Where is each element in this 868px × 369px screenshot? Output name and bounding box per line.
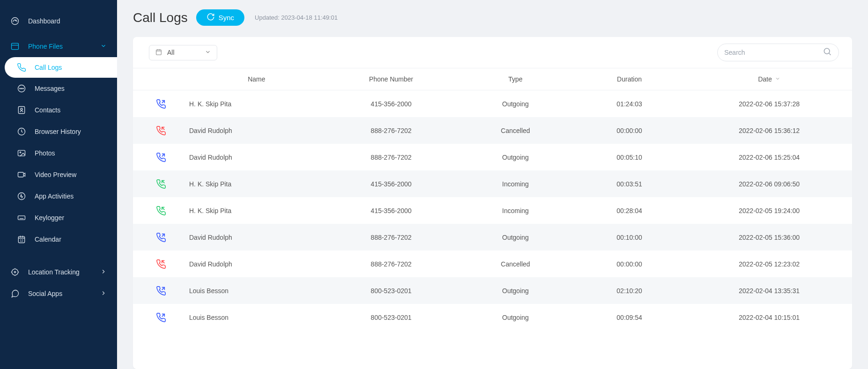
cell-duration: 00:09:54 — [573, 314, 686, 321]
svg-line-22 — [162, 127, 165, 130]
sidebar-label: Social Apps — [28, 290, 62, 297]
page-title: Call Logs — [133, 10, 188, 25]
contacts-icon — [17, 105, 26, 115]
table-row[interactable]: Louis Besson 800-523-0201 Outgoing 02:10… — [133, 277, 852, 304]
chevron-down-icon — [100, 43, 107, 51]
cell-date: 2022-02-05 15:36:00 — [686, 234, 852, 241]
sidebar-label: App Activities — [35, 192, 74, 200]
cell-phone: 888-276-7202 — [324, 234, 459, 241]
sidebar-label: Phone Files — [28, 43, 63, 50]
cell-date: 2022-02-06 15:25:04 — [686, 154, 852, 161]
calendar-icon: 12 — [17, 235, 26, 244]
cell-phone: 800-523-0201 — [324, 314, 459, 321]
call-direction-icon — [133, 286, 189, 296]
sidebar-label: Dashboard — [28, 17, 60, 25]
svg-line-27 — [162, 260, 165, 263]
sidebar: Dashboard Phone Files Call Logs Messages… — [0, 0, 117, 369]
sidebar-label: Calendar — [35, 236, 61, 243]
search-input[interactable] — [724, 49, 818, 56]
sidebar-item-location-tracking[interactable]: Location Tracking — [0, 261, 117, 283]
keyboard-icon — [17, 213, 26, 222]
cell-date: 2022-02-06 15:37:28 — [686, 100, 852, 108]
sidebar-item-app-activities[interactable]: App Activities — [0, 185, 117, 207]
search-box[interactable] — [717, 44, 839, 61]
svg-line-28 — [162, 287, 165, 290]
cell-phone: 415-356-2000 — [324, 100, 459, 108]
sidebar-item-messages[interactable]: Messages — [0, 78, 117, 99]
toolbar: All — [133, 37, 852, 68]
cell-name: H. K. Skip Pita — [189, 180, 324, 188]
cell-type: Outgoing — [458, 100, 572, 108]
sidebar-label: Browser History — [35, 128, 81, 135]
sidebar-label: Contacts — [35, 106, 60, 114]
table-row[interactable]: H. K. Skip Pita 415-356-2000 Incoming 00… — [133, 197, 852, 224]
cell-date: 2022-02-06 09:06:50 — [686, 180, 852, 188]
calendar-small-icon — [155, 48, 162, 57]
history-icon — [17, 127, 26, 136]
svg-point-7 — [21, 108, 22, 110]
sidebar-item-call-logs[interactable]: Call Logs — [5, 57, 117, 78]
table-row[interactable]: David Rudolph 888-276-7202 Cancelled 00:… — [133, 251, 852, 277]
cell-duration: 01:24:03 — [573, 100, 686, 108]
sidebar-item-calendar[interactable]: 12 Calendar — [0, 229, 117, 250]
cell-type: Cancelled — [458, 127, 572, 134]
sidebar-item-browser-history[interactable]: Browser History — [0, 121, 117, 142]
th-type: Type — [458, 75, 572, 83]
sync-button[interactable]: Sync — [196, 9, 244, 26]
cell-type: Incoming — [458, 180, 572, 188]
sidebar-item-social-apps[interactable]: Social Apps — [0, 283, 117, 304]
chevron-down-icon — [205, 49, 211, 57]
svg-point-10 — [20, 152, 21, 153]
content-card: All Name Phone Number Type Duration Date — [133, 37, 852, 369]
sidebar-item-video-preview[interactable]: Video Preview — [0, 164, 117, 185]
table-row[interactable]: H. K. Skip Pita 415-356-2000 Incoming 00… — [133, 170, 852, 197]
cell-phone: 800-523-0201 — [324, 287, 459, 295]
sidebar-item-keylogger[interactable]: Keylogger — [0, 207, 117, 229]
message-icon — [17, 84, 26, 93]
chat-icon — [10, 289, 20, 298]
sidebar-label: Call Logs — [35, 64, 62, 71]
table-row[interactable]: David Rudolph 888-276-7202 Outgoing 00:0… — [133, 144, 852, 170]
table-row[interactable]: Louis Besson 800-523-0201 Outgoing 00:09… — [133, 304, 852, 331]
filter-dropdown[interactable]: All — [149, 45, 217, 60]
cell-phone: 415-356-2000 — [324, 207, 459, 214]
th-date[interactable]: Date — [686, 75, 852, 83]
svg-point-4 — [21, 88, 22, 89]
cell-type: Outgoing — [458, 287, 572, 295]
table-header: Name Phone Number Type Duration Date — [133, 68, 852, 90]
folder-icon — [10, 42, 20, 51]
svg-point-16 — [12, 269, 18, 275]
table-body[interactable]: H. K. Skip Pita 415-356-2000 Outgoing 01… — [133, 90, 852, 369]
chevron-right-icon — [100, 268, 107, 276]
cell-date: 2022-02-04 13:35:31 — [686, 287, 852, 295]
sidebar-label: Photos — [35, 149, 55, 157]
sidebar-section-phone-files[interactable]: Phone Files — [0, 36, 117, 57]
sidebar-label: Location Tracking — [28, 268, 80, 276]
cell-date: 2022-02-06 15:36:12 — [686, 127, 852, 134]
filter-label: All — [167, 49, 175, 56]
main: Call Logs Sync Updated: 2023-04-18 11:49… — [117, 0, 868, 369]
svg-point-17 — [14, 271, 15, 273]
sidebar-item-dashboard[interactable]: Dashboard — [0, 10, 117, 32]
table-row[interactable]: David Rudolph 888-276-7202 Outgoing 00:1… — [133, 224, 852, 251]
chevron-right-icon — [100, 290, 107, 298]
phone-icon — [17, 63, 26, 72]
svg-point-19 — [824, 48, 830, 54]
svg-rect-11 — [18, 172, 24, 177]
call-direction-icon — [133, 206, 189, 216]
call-direction-icon — [133, 99, 189, 109]
sidebar-label: Messages — [35, 85, 65, 92]
svg-text:12: 12 — [20, 239, 23, 242]
call-direction-icon — [133, 179, 189, 189]
cell-type: Cancelled — [458, 260, 572, 268]
page-header: Call Logs Sync Updated: 2023-04-18 11:49… — [133, 9, 852, 26]
cell-name: H. K. Skip Pita — [189, 207, 324, 214]
table-row[interactable]: H. K. Skip Pita 415-356-2000 Outgoing 01… — [133, 90, 852, 117]
cell-duration: 00:28:04 — [573, 207, 686, 214]
svg-line-21 — [162, 100, 165, 103]
call-direction-icon — [133, 232, 189, 243]
sidebar-item-photos[interactable]: Photos — [0, 142, 117, 164]
sidebar-item-contacts[interactable]: Contacts — [0, 99, 117, 121]
cell-date: 2022-02-04 10:15:01 — [686, 314, 852, 321]
table-row[interactable]: David Rudolph 888-276-7202 Cancelled 00:… — [133, 117, 852, 144]
